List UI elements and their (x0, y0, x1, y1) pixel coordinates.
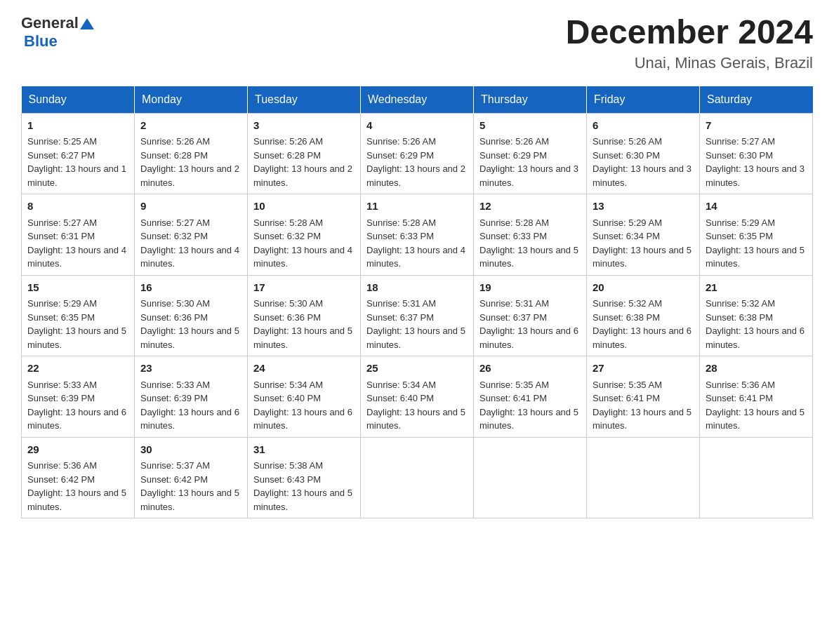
logo-triangle-icon (80, 17, 94, 31)
daylight-text: Daylight: 13 hours and 5 minutes. (140, 486, 241, 514)
day-number: 5 (479, 118, 581, 134)
sunrise-text: Sunrise: 5:26 AM (140, 135, 241, 149)
sunrise-text: Sunrise: 5:26 AM (253, 135, 355, 149)
sunrise-text: Sunrise: 5:34 AM (366, 378, 468, 392)
daylight-text: Daylight: 13 hours and 6 minutes. (479, 324, 581, 351)
sunset-text: Sunset: 6:39 PM (140, 391, 241, 405)
logo-general-text: General (21, 14, 79, 32)
sunrise-text: Sunrise: 5:27 AM (706, 135, 807, 149)
daylight-text: Daylight: 13 hours and 5 minutes. (253, 486, 355, 514)
sunset-text: Sunset: 6:32 PM (140, 229, 241, 243)
day-number: 1 (27, 118, 128, 134)
sunrise-text: Sunrise: 5:36 AM (706, 378, 807, 392)
sunrise-text: Sunrise: 5:27 AM (140, 216, 241, 230)
calendar-cell (361, 437, 474, 518)
sunrise-text: Sunrise: 5:36 AM (27, 459, 128, 473)
calendar-cell: 19Sunrise: 5:31 AMSunset: 6:37 PMDayligh… (474, 275, 587, 356)
day-number: 20 (593, 280, 694, 296)
day-number: 29 (27, 442, 128, 458)
calendar-cell: 18Sunrise: 5:31 AMSunset: 6:37 PMDayligh… (361, 275, 474, 356)
calendar-cell: 2Sunrise: 5:26 AMSunset: 6:28 PMDaylight… (135, 113, 248, 194)
calendar-cell: 27Sunrise: 5:35 AMSunset: 6:41 PMDayligh… (587, 356, 700, 438)
calendar-cell: 12Sunrise: 5:28 AMSunset: 6:33 PMDayligh… (474, 194, 587, 276)
daylight-text: Daylight: 13 hours and 5 minutes. (593, 243, 694, 271)
daylight-text: Daylight: 13 hours and 5 minutes. (253, 324, 355, 351)
sunrise-text: Sunrise: 5:30 AM (253, 297, 355, 311)
calendar-cell: 15Sunrise: 5:29 AMSunset: 6:35 PMDayligh… (22, 275, 135, 356)
column-header-tuesday: Tuesday (248, 86, 361, 114)
sunrise-text: Sunrise: 5:26 AM (593, 135, 694, 149)
sunset-text: Sunset: 6:38 PM (706, 311, 807, 325)
sunset-text: Sunset: 6:33 PM (366, 229, 468, 243)
calendar-cell: 17Sunrise: 5:30 AMSunset: 6:36 PMDayligh… (248, 275, 361, 356)
sunrise-text: Sunrise: 5:34 AM (253, 378, 355, 392)
daylight-text: Daylight: 13 hours and 5 minutes. (366, 324, 468, 351)
calendar-cell: 8Sunrise: 5:27 AMSunset: 6:31 PMDaylight… (22, 194, 135, 276)
calendar-cell: 3Sunrise: 5:26 AMSunset: 6:28 PMDaylight… (248, 113, 361, 194)
day-number: 2 (140, 118, 241, 134)
daylight-text: Daylight: 13 hours and 5 minutes. (366, 405, 468, 433)
sunset-text: Sunset: 6:43 PM (253, 473, 355, 487)
daylight-text: Daylight: 13 hours and 1 minute. (27, 162, 128, 189)
sunrise-text: Sunrise: 5:35 AM (593, 378, 694, 392)
day-number: 27 (593, 361, 694, 377)
sunrise-text: Sunrise: 5:33 AM (27, 378, 128, 392)
daylight-text: Daylight: 13 hours and 6 minutes. (253, 405, 355, 433)
calendar-cell: 13Sunrise: 5:29 AMSunset: 6:34 PMDayligh… (587, 194, 700, 276)
calendar-cell: 9Sunrise: 5:27 AMSunset: 6:32 PMDaylight… (135, 194, 248, 276)
sunrise-text: Sunrise: 5:37 AM (140, 459, 241, 473)
day-number: 19 (479, 280, 581, 296)
column-header-thursday: Thursday (474, 86, 587, 114)
logo-blue-text: Blue (24, 32, 58, 51)
calendar-cell: 29Sunrise: 5:36 AMSunset: 6:42 PMDayligh… (22, 437, 135, 518)
sunset-text: Sunset: 6:37 PM (366, 311, 468, 325)
day-number: 28 (706, 361, 807, 377)
calendar-table: SundayMondayTuesdayWednesdayThursdayFrid… (21, 86, 813, 519)
calendar-week-row: 29Sunrise: 5:36 AMSunset: 6:42 PMDayligh… (22, 437, 813, 518)
day-number: 21 (706, 280, 807, 296)
title-block: December 2024 Unai, Minas Gerais, Brazil (566, 14, 813, 72)
sunrise-text: Sunrise: 5:26 AM (366, 135, 468, 149)
sunset-text: Sunset: 6:30 PM (706, 149, 807, 163)
day-number: 25 (366, 361, 468, 377)
sunrise-text: Sunrise: 5:28 AM (253, 216, 355, 230)
sunset-text: Sunset: 6:36 PM (140, 311, 241, 325)
daylight-text: Daylight: 13 hours and 3 minutes. (479, 162, 581, 189)
calendar-cell: 10Sunrise: 5:28 AMSunset: 6:32 PMDayligh… (248, 194, 361, 276)
sunset-text: Sunset: 6:42 PM (27, 473, 128, 487)
sunset-text: Sunset: 6:41 PM (593, 391, 694, 405)
sunset-text: Sunset: 6:41 PM (479, 391, 581, 405)
sunset-text: Sunset: 6:28 PM (140, 149, 241, 163)
day-number: 14 (706, 199, 807, 215)
daylight-text: Daylight: 13 hours and 5 minutes. (27, 324, 128, 351)
sunrise-text: Sunrise: 5:29 AM (706, 216, 807, 230)
day-number: 30 (140, 442, 241, 458)
month-year-title: December 2024 (566, 14, 813, 51)
day-number: 17 (253, 280, 355, 296)
sunset-text: Sunset: 6:33 PM (479, 229, 581, 243)
calendar-week-row: 22Sunrise: 5:33 AMSunset: 6:39 PMDayligh… (22, 356, 813, 438)
calendar-cell: 28Sunrise: 5:36 AMSunset: 6:41 PMDayligh… (700, 356, 813, 438)
calendar-cell: 23Sunrise: 5:33 AMSunset: 6:39 PMDayligh… (135, 356, 248, 438)
daylight-text: Daylight: 13 hours and 2 minutes. (140, 162, 241, 189)
calendar-cell: 24Sunrise: 5:34 AMSunset: 6:40 PMDayligh… (248, 356, 361, 438)
daylight-text: Daylight: 13 hours and 6 minutes. (27, 405, 128, 433)
sunrise-text: Sunrise: 5:33 AM (140, 378, 241, 392)
sunset-text: Sunset: 6:36 PM (253, 311, 355, 325)
calendar-cell: 30Sunrise: 5:37 AMSunset: 6:42 PMDayligh… (135, 437, 248, 518)
day-number: 13 (593, 199, 694, 215)
daylight-text: Daylight: 13 hours and 6 minutes. (706, 324, 807, 351)
daylight-text: Daylight: 13 hours and 4 minutes. (140, 243, 241, 271)
day-number: 16 (140, 280, 241, 296)
sunset-text: Sunset: 6:28 PM (253, 149, 355, 163)
sunset-text: Sunset: 6:40 PM (253, 391, 355, 405)
calendar-cell: 26Sunrise: 5:35 AMSunset: 6:41 PMDayligh… (474, 356, 587, 438)
calendar-week-row: 1Sunrise: 5:25 AMSunset: 6:27 PMDaylight… (22, 113, 813, 194)
sunrise-text: Sunrise: 5:25 AM (27, 135, 128, 149)
daylight-text: Daylight: 13 hours and 5 minutes. (593, 405, 694, 433)
calendar-cell: 5Sunrise: 5:26 AMSunset: 6:29 PMDaylight… (474, 113, 587, 194)
logo: General Blue (21, 14, 94, 51)
location-subtitle: Unai, Minas Gerais, Brazil (566, 54, 813, 72)
day-number: 31 (253, 442, 355, 458)
sunrise-text: Sunrise: 5:31 AM (479, 297, 581, 311)
